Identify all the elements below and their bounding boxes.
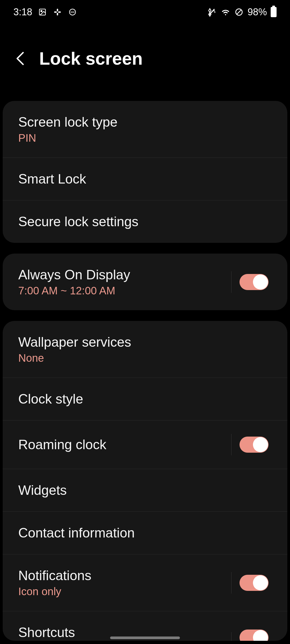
row-title: Notifications xyxy=(18,568,91,583)
row-title: Screen lock type xyxy=(18,114,118,130)
row-title: Roaming clock xyxy=(18,437,106,452)
row-subtitle: Icon only xyxy=(18,586,91,598)
row-clock-style[interactable]: Clock style xyxy=(3,378,287,420)
slack-icon xyxy=(53,7,62,17)
row-title: Clock style xyxy=(18,391,83,407)
status-right: 98% xyxy=(207,6,277,18)
toggle-notifications[interactable] xyxy=(240,575,269,591)
divider xyxy=(231,434,231,455)
battery-icon xyxy=(271,7,277,17)
row-subtitle: 7:00 AM ~ 12:00 AM xyxy=(18,285,130,297)
row-smart-lock[interactable]: Smart Lock xyxy=(3,158,287,200)
svg-rect-5 xyxy=(58,12,61,13)
status-time: 3:18 xyxy=(13,6,32,18)
row-wallpaper-services[interactable]: Wallpaper services None xyxy=(3,321,287,378)
svg-point-1 xyxy=(41,10,42,12)
row-title: Always On Display xyxy=(18,267,130,283)
wifi-icon xyxy=(221,7,230,17)
battery-percentage: 98% xyxy=(248,6,267,18)
row-title: Shortcuts xyxy=(18,625,75,640)
divider xyxy=(231,632,231,641)
row-contact-information[interactable]: Contact information xyxy=(3,512,287,554)
vibrate-icon xyxy=(207,7,217,17)
svg-rect-3 xyxy=(57,13,58,16)
svg-rect-2 xyxy=(57,9,58,12)
row-title: Wallpaper services xyxy=(18,334,131,350)
row-always-on-display[interactable]: Always On Display 7:00 AM ~ 12:00 AM xyxy=(3,254,287,310)
group-lock: Screen lock type PIN Smart Lock Secure l… xyxy=(3,101,287,243)
row-title: Smart Lock xyxy=(18,171,86,187)
row-title: Contact information xyxy=(18,525,135,541)
nav-handle[interactable] xyxy=(110,636,180,639)
no-sim-icon xyxy=(234,7,244,17)
dnd-icon xyxy=(68,7,77,17)
divider xyxy=(231,572,231,594)
settings-content: Screen lock type PIN Smart Lock Secure l… xyxy=(0,101,290,641)
divider xyxy=(231,271,231,293)
svg-rect-4 xyxy=(54,12,57,13)
row-subtitle: PIN xyxy=(18,132,118,144)
row-subtitle: None xyxy=(18,352,131,364)
row-title: Widgets xyxy=(18,482,67,498)
row-roaming-clock[interactable]: Roaming clock xyxy=(3,420,287,469)
svg-line-10 xyxy=(237,10,241,14)
status-left: 3:18 xyxy=(13,6,77,18)
chevron-left-icon xyxy=(14,50,26,67)
toggle-shortcuts[interactable] xyxy=(240,630,269,641)
toggle-always-on-display[interactable] xyxy=(240,274,269,290)
page-title: Lock screen xyxy=(39,48,143,69)
group-lockscreen-options: Wallpaper services None Clock style Roam… xyxy=(3,321,287,641)
row-notifications[interactable]: Notifications Icon only xyxy=(3,554,287,611)
row-screen-lock-type[interactable]: Screen lock type PIN xyxy=(3,101,287,158)
row-secure-lock-settings[interactable]: Secure lock settings xyxy=(3,200,287,243)
back-button[interactable] xyxy=(11,49,30,68)
row-title: Secure lock settings xyxy=(18,214,138,229)
toggle-roaming-clock[interactable] xyxy=(240,437,269,453)
group-aod: Always On Display 7:00 AM ~ 12:00 AM xyxy=(3,254,287,310)
status-bar: 3:18 98% xyxy=(0,0,290,24)
image-icon xyxy=(38,7,47,17)
page-header: Lock screen xyxy=(0,24,290,101)
row-widgets[interactable]: Widgets xyxy=(3,469,287,512)
